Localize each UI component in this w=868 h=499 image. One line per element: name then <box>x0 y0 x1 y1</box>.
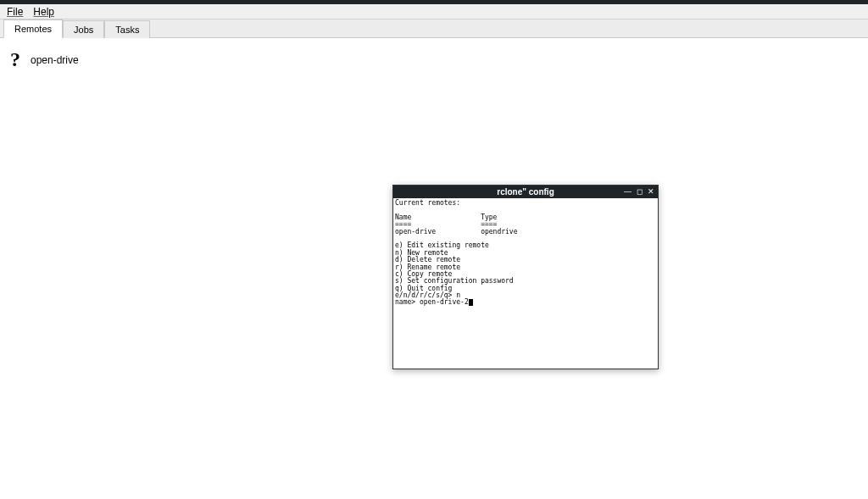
tab-tasks[interactable]: Tasks <box>104 20 150 38</box>
maximize-icon[interactable]: ◻ <box>637 188 643 196</box>
question-icon: ? <box>10 48 20 71</box>
menubar: File Help <box>0 4 868 19</box>
tab-remotes[interactable]: Remotes <box>3 19 63 38</box>
terminal-controls: — ◻ ✕ <box>624 188 654 196</box>
terminal-title: rclone" config <box>497 187 554 197</box>
menu-help[interactable]: Help <box>33 6 54 18</box>
minimize-icon[interactable]: — <box>624 188 632 196</box>
terminal-body[interactable]: Current remotes: Name Type ==== ==== ope… <box>393 198 658 369</box>
tab-jobs[interactable]: Jobs <box>63 20 104 38</box>
remote-label: open-drive <box>31 54 79 66</box>
term-line: Current remotes: <box>395 199 460 207</box>
close-icon[interactable]: ✕ <box>648 188 654 196</box>
cursor-icon <box>469 299 473 306</box>
term-line: open-drive opendrive <box>395 228 518 236</box>
remote-item[interactable]: ? open-drive <box>10 48 858 71</box>
tabbar: Remotes Jobs Tasks <box>0 19 868 38</box>
terminal-window: rclone" config — ◻ ✕ Current remotes: Na… <box>392 185 659 369</box>
term-line: name> open-drive-2 <box>395 298 469 306</box>
terminal-titlebar[interactable]: rclone" config — ◻ ✕ <box>393 186 658 198</box>
menu-file[interactable]: File <box>7 6 23 18</box>
